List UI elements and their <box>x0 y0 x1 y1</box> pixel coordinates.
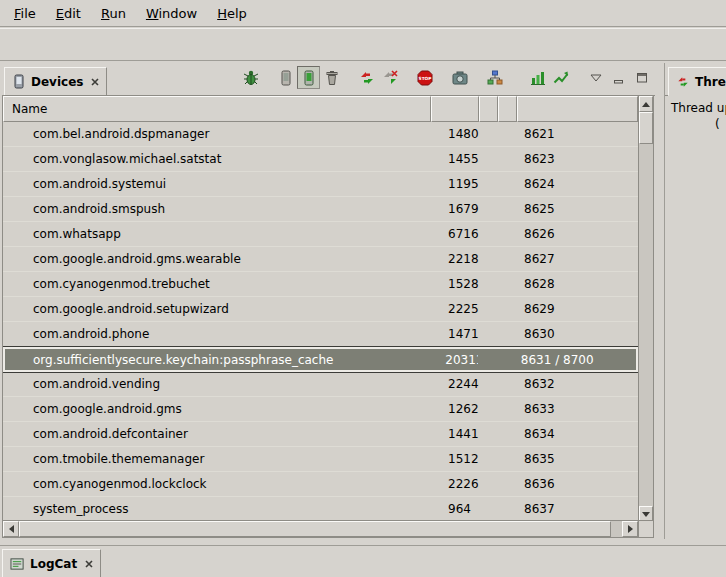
threads-message: Thread up ( <box>671 101 726 115</box>
column-header-spare2[interactable] <box>498 96 517 122</box>
horizontal-scroll-track[interactable] <box>19 521 622 537</box>
process-pid: 1195 <box>431 177 479 191</box>
process-port: 8635 <box>517 452 638 466</box>
tab-threads-label: Threads <box>695 75 726 89</box>
devices-toolbar: STOP <box>239 66 653 89</box>
logcat-bar: LogCat <box>0 545 726 577</box>
process-pid: 1480 <box>431 127 479 141</box>
process-port: 8633 <box>517 402 638 416</box>
threads-panel: Threads Thread up ( <box>664 63 726 539</box>
table-row[interactable]: com.whatsapp 6716 8626 <box>3 222 638 247</box>
process-port: 8625 <box>517 202 638 216</box>
svg-text:STOP: STOP <box>418 76 431 81</box>
process-port: 8637 <box>517 502 638 516</box>
table-row[interactable]: com.vonglasow.michael.satstat 14553 8623 <box>3 147 638 172</box>
column-header-name[interactable]: Name <box>3 96 431 122</box>
table-body: com.bel.android.dspmanager 1480 8621 com… <box>3 122 638 522</box>
horizontal-scrollbar[interactable] <box>3 520 638 537</box>
table-row[interactable]: com.android.smspush 1679 8625 <box>3 197 638 222</box>
threads-icon <box>676 75 690 89</box>
scroll-right-button[interactable] <box>622 521 638 537</box>
table-row[interactable]: com.cyanogenmod.lockclock 22265 8636 <box>3 472 638 497</box>
column-header-spare1[interactable] <box>479 96 498 122</box>
debug-process-icon[interactable] <box>239 66 262 89</box>
table-row[interactable]: com.android.systemui 1195 8624 <box>3 172 638 197</box>
view-menu-icon[interactable] <box>584 66 607 89</box>
devices-tab-row: Devices STOP <box>2 63 655 96</box>
main-toolbar-strip <box>0 28 726 61</box>
process-name: com.google.android.gms.wearable <box>3 252 431 266</box>
process-name: com.android.defcontainer <box>3 427 431 441</box>
process-pid: 1528 <box>431 277 479 291</box>
process-name: com.android.systemui <box>3 177 431 191</box>
table-row[interactable]: com.google.android.gms.wearable 22185 86… <box>3 247 638 272</box>
process-pid: 1679 <box>431 202 479 216</box>
hierarchy-view-icon[interactable] <box>483 66 506 89</box>
threads-message-line1: Thread up <box>671 101 726 115</box>
table-row[interactable]: com.cyanogenmod.trebuchet 1528 8628 <box>3 272 638 297</box>
process-name: com.android.phone <box>3 327 431 341</box>
process-pid: 22185 <box>431 252 479 266</box>
maximize-icon[interactable] <box>630 66 653 89</box>
table-row[interactable]: com.tmobile.thememanager 1512 8635 <box>3 447 638 472</box>
heap-icon[interactable] <box>274 66 297 89</box>
process-name: com.google.android.gms <box>3 402 431 416</box>
process-pid: 964 <box>431 502 479 516</box>
process-port: 8631 / 8700 <box>516 353 636 367</box>
menu-file[interactable]: File <box>4 3 46 24</box>
sysinfo-chart-icon[interactable] <box>526 66 549 89</box>
process-name: com.android.vending <box>3 377 431 391</box>
tab-threads[interactable]: Threads <box>668 67 726 96</box>
close-icon[interactable] <box>91 78 99 86</box>
process-name: com.android.smspush <box>3 202 431 216</box>
table-row[interactable]: org.sufficientlysecure.keychain:passphra… <box>3 347 638 372</box>
horizontal-scroll-thumb[interactable] <box>19 521 611 537</box>
process-name: org.sufficientlysecure.keychain:passphra… <box>5 353 430 367</box>
tab-logcat[interactable]: LogCat <box>2 549 101 577</box>
process-port: 8632 <box>517 377 638 391</box>
screen-capture-icon[interactable] <box>448 66 471 89</box>
vertical-scroll-thumb[interactable] <box>639 112 653 144</box>
process-pid: 22250 <box>431 302 479 316</box>
kill-thread-icon[interactable] <box>378 66 401 89</box>
table-row[interactable]: system_process 964 8637 <box>3 497 638 522</box>
table-row[interactable]: com.google.android.setupwizard 22250 862… <box>3 297 638 322</box>
sysinfo-update-icon[interactable] <box>549 66 572 89</box>
vertical-scrollbar[interactable] <box>638 96 653 522</box>
minimize-icon[interactable] <box>607 66 630 89</box>
update-heap-icon[interactable] <box>297 66 320 89</box>
stop-process-icon[interactable]: STOP <box>413 66 436 89</box>
tab-devices[interactable]: Devices <box>4 67 107 96</box>
process-port: 8629 <box>517 302 638 316</box>
process-table: Name com.bel.android.dspmanager 1480 862… <box>2 95 654 538</box>
table-row[interactable]: com.google.android.gms 12623 8633 <box>3 397 638 422</box>
close-icon[interactable] <box>85 560 93 568</box>
vertical-scroll-track[interactable] <box>639 112 653 506</box>
cause-gc-icon[interactable] <box>320 66 343 89</box>
process-pid: 22440 <box>431 377 479 391</box>
process-name: system_process <box>3 502 431 516</box>
table-row[interactable]: com.android.vending 22440 8632 <box>3 372 638 397</box>
menu-window[interactable]: Window <box>136 3 207 24</box>
menu-edit[interactable]: Edit <box>46 3 91 24</box>
process-pid: 20311 <box>430 353 478 367</box>
scroll-up-button[interactable] <box>639 96 653 112</box>
device-icon <box>12 74 26 89</box>
menu-help[interactable]: Help <box>207 3 257 24</box>
update-threads-icon[interactable] <box>355 66 378 89</box>
scroll-left-button[interactable] <box>3 521 19 537</box>
process-port: 8630 <box>517 327 638 341</box>
column-header-pid[interactable] <box>431 96 479 122</box>
process-port: 8624 <box>517 177 638 191</box>
threads-message-line2: ( <box>715 117 720 131</box>
process-name: com.whatsapp <box>3 227 431 241</box>
column-header-port[interactable] <box>517 96 638 122</box>
process-name: com.cyanogenmod.trebuchet <box>3 277 431 291</box>
table-row[interactable]: com.bel.android.dspmanager 1480 8621 <box>3 122 638 147</box>
process-name: com.vonglasow.michael.satstat <box>3 152 431 166</box>
table-row[interactable]: com.android.phone 1471 8630 <box>3 322 638 347</box>
threads-tab-row: Threads <box>665 63 726 96</box>
table-row[interactable]: com.android.defcontainer 14411 8634 <box>3 422 638 447</box>
menu-bar: File Edit Run Window Help <box>0 0 726 27</box>
menu-run[interactable]: Run <box>91 3 136 24</box>
